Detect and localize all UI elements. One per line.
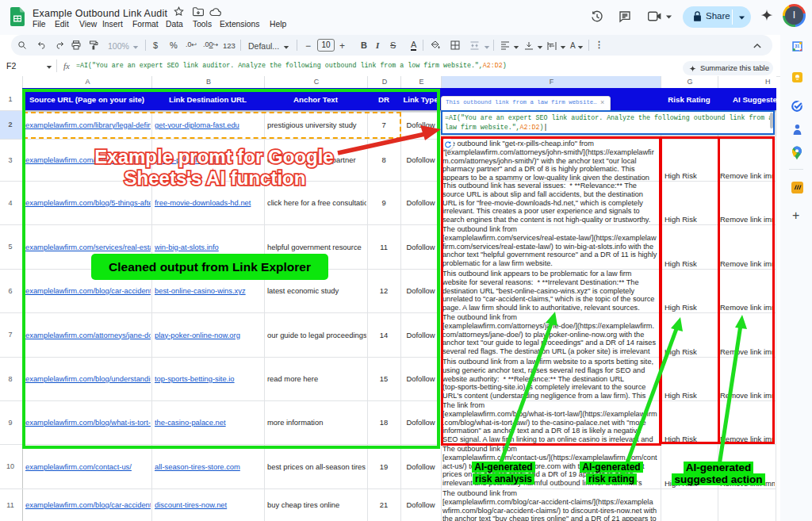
- svg-text:Sheets's AI function: Sheets's AI function: [124, 167, 306, 189]
- svg-text:31: 31: [795, 44, 799, 48]
- svg-text:Example promt for Google: Example promt for Google: [94, 146, 333, 167]
